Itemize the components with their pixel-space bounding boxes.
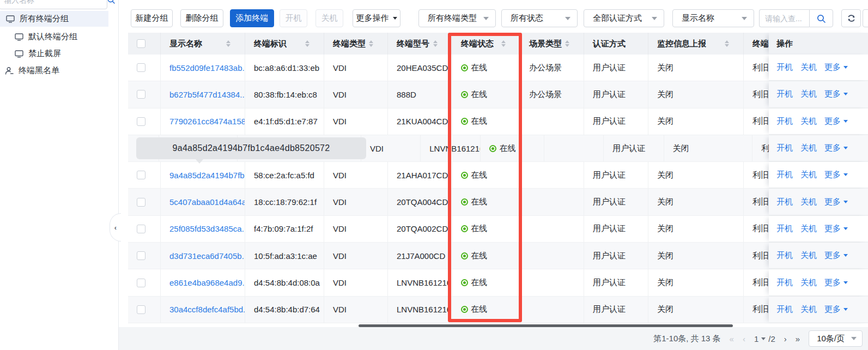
search-field-select[interactable]: 显示名称	[672, 9, 754, 27]
terminal-name-link[interactable]: 9a4a85d2a4194b7fb...	[169, 171, 245, 180]
cell-operations: 开机关机更多	[769, 297, 868, 323]
row-more-link[interactable]: 更多	[824, 143, 848, 153]
cell-model: 20TQA002CD	[388, 216, 452, 242]
action-label: 开机	[776, 143, 793, 153]
sidebar-item-default-terminal-group[interactable]: 默认终端分组	[0, 29, 108, 45]
row-power-off-link[interactable]: 关机	[800, 250, 817, 261]
settings-button[interactable]	[863, 9, 868, 27]
sort-icon[interactable]	[725, 40, 729, 47]
row-checkbox[interactable]	[137, 171, 145, 179]
table-search-button[interactable]	[809, 9, 833, 27]
refresh-button[interactable]	[841, 9, 861, 27]
row-power-off-link[interactable]: 关机	[800, 197, 817, 207]
terminal-name-link[interactable]: 25f085fd53d3485ca...	[169, 224, 245, 233]
terminal-name-link[interactable]: 30a4ccf8defc4af5bd...	[169, 305, 245, 314]
row-power-on-link[interactable]: 开机	[776, 62, 793, 73]
next-page-button[interactable]: ›	[784, 334, 787, 343]
last-page-button[interactable]: »	[796, 334, 800, 343]
row-more-link[interactable]: 更多	[824, 62, 848, 73]
select-all-checkbox[interactable]	[137, 39, 145, 48]
sidebar-item-label: 终端黑名单	[19, 65, 59, 76]
row-power-on-link[interactable]: 开机	[776, 197, 793, 207]
row-power-off-link[interactable]: 关机	[800, 224, 817, 234]
cell-model: 21J7A000CD	[388, 243, 452, 269]
terminal-name-link[interactable]: d3d731eca6d7405b...	[169, 251, 245, 261]
sort-icon[interactable]	[226, 40, 230, 47]
row-more-link[interactable]: 更多	[824, 304, 848, 315]
row-checkbox[interactable]	[137, 117, 145, 126]
terminal-name-link[interactable]: 5c407abaa01d4a64a...	[169, 197, 245, 207]
scene-text: 办公场景	[529, 89, 562, 100]
row-power-off-link[interactable]: 关机	[800, 116, 817, 126]
sidebar-item-terminal-blacklist[interactable]: 终端黑名单	[0, 63, 108, 79]
terminal-name-link[interactable]: fb552d09fe17483ab...	[169, 63, 245, 73]
row-power-on-link[interactable]: 开机	[776, 250, 793, 261]
sort-icon[interactable]	[369, 40, 373, 47]
row-power-on-link[interactable]: 开机	[776, 170, 793, 180]
page-size-select[interactable]: 10条/页	[809, 330, 863, 347]
column-header-auth: 认证方式	[584, 33, 648, 55]
row-power-off-link[interactable]: 关机	[800, 170, 817, 180]
row-checkbox[interactable]	[137, 251, 145, 260]
terminal-name-link[interactable]: b627b5f477d14384...	[169, 90, 245, 99]
delete-group-button[interactable]: 删除分组	[180, 9, 223, 27]
row-power-off-link[interactable]: 关机	[800, 277, 817, 288]
more-actions-button[interactable]: 更多操作	[353, 9, 400, 27]
row-more-link[interactable]: 更多	[824, 116, 848, 126]
row-checkbox[interactable]	[137, 279, 145, 287]
page-size-label: 10条/页	[817, 334, 845, 344]
auth-method-filter[interactable]: 全部认证方式	[584, 9, 664, 27]
row-more-link[interactable]: 更多	[824, 277, 848, 288]
search-icon	[816, 14, 826, 23]
current-page-select[interactable]: 1 /2	[754, 334, 775, 343]
first-page-button[interactable]: «	[730, 334, 734, 343]
table-search-input[interactable]	[759, 9, 809, 27]
row-more-link[interactable]: 更多	[824, 250, 848, 261]
cell-operations: 开机关机更多	[769, 269, 868, 295]
new-group-button[interactable]: 新建分组	[131, 9, 173, 27]
id-text: d4:54:8b:4d:08:0a	[254, 278, 320, 287]
row-power-on-link[interactable]: 开机	[776, 89, 793, 99]
row-more-link[interactable]: 更多	[824, 224, 848, 234]
row-power-off-link[interactable]: 关机	[800, 89, 817, 99]
row-power-on-link[interactable]: 开机	[776, 304, 793, 315]
sort-icon[interactable]	[433, 40, 438, 47]
row-more-link[interactable]: 更多	[824, 197, 848, 207]
row-power-off-link[interactable]: 关机	[800, 143, 817, 153]
sidebar-search-input[interactable]	[0, 0, 107, 4]
row-checkbox[interactable]	[137, 198, 145, 207]
row-power-off-link[interactable]: 关机	[800, 62, 817, 73]
action-label: 开机	[776, 197, 793, 207]
row-checkbox[interactable]	[137, 225, 145, 233]
cell-model: LNVNB161216	[388, 297, 452, 323]
row-power-off-link[interactable]: 关机	[800, 304, 817, 315]
row-power-on-link[interactable]: 开机	[776, 277, 793, 288]
status-filter[interactable]: 所有状态	[501, 9, 578, 27]
row-power-on-link[interactable]: 开机	[776, 224, 793, 234]
row-power-on-link[interactable]: 开机	[776, 116, 793, 126]
sort-icon[interactable]	[501, 40, 506, 47]
terminal-name-link[interactable]: e861e4ba968e4ad9...	[169, 278, 245, 287]
column-header-operations: 操作	[769, 33, 868, 55]
row-checkbox[interactable]	[137, 63, 145, 72]
row-more-link[interactable]: 更多	[824, 170, 848, 180]
sidebar-search	[0, 0, 107, 9]
sidebar-item-forbid-screenshot[interactable]: 禁止截屏	[0, 46, 108, 62]
chevron-down-icon	[843, 254, 848, 257]
row-power-on-link[interactable]: 开机	[776, 143, 793, 153]
cell-monitor: 关闭	[664, 135, 753, 161]
action-label: 更多	[824, 62, 841, 73]
sort-icon[interactable]	[305, 40, 309, 47]
row-more-link[interactable]: 更多	[824, 89, 848, 99]
sidebar-item-all-terminal-groups[interactable]: 所有终端分组	[0, 11, 108, 27]
terminal-type-filter[interactable]: 所有终端类型	[418, 9, 496, 27]
prev-page-button[interactable]: ‹	[743, 334, 745, 343]
cell-operations: 开机关机更多	[769, 216, 868, 242]
sort-icon[interactable]	[565, 40, 569, 47]
terminal-name-link[interactable]: 7790261cc8474a158...	[169, 117, 245, 126]
row-checkbox[interactable]	[137, 90, 145, 99]
horizontal-scrollbar-thumb[interactable]	[359, 324, 733, 327]
sidebar-search-button[interactable]	[107, 0, 116, 9]
add-terminal-button[interactable]: 添加终端	[230, 9, 274, 27]
row-checkbox[interactable]	[137, 305, 145, 314]
